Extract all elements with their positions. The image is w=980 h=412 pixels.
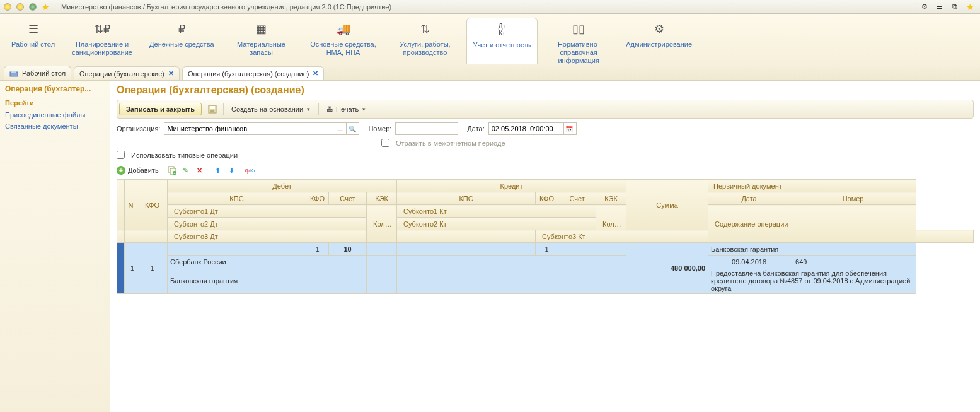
grid-icon: ▦ (227, 20, 296, 38)
org-input[interactable] (164, 123, 335, 134)
col-credit[interactable]: Кредит (397, 180, 626, 192)
col-sub2k[interactable]: Субконто2 Кт (397, 218, 596, 230)
org-label: Организация: (117, 125, 160, 132)
back-icon[interactable] (15, 2, 25, 12)
nav-title: Операция (бухгалтер... (5, 85, 105, 93)
col-n[interactable]: N (125, 180, 137, 230)
col-qty-d[interactable]: Количество (367, 205, 397, 243)
col-kps-d[interactable]: КПС (168, 192, 306, 205)
dtkt-icon: ДтКт (473, 21, 531, 38)
save-icon-button[interactable] (205, 102, 219, 116)
section-desktop[interactable]: ☰ Рабочий стол (5, 18, 61, 64)
tool-icon-1[interactable]: ⚙ (919, 2, 930, 12)
org-field[interactable]: … 🔍 (164, 122, 359, 135)
section-admin[interactable]: ⚙ Администрирование (620, 18, 698, 64)
edit-row-button[interactable]: ✎ (181, 165, 191, 175)
date-input[interactable] (489, 123, 563, 134)
col-acct-k[interactable]: Счет (558, 192, 596, 205)
chevron-down-icon: ▼ (361, 107, 366, 112)
col-sub1k[interactable]: Субконто1 Кт (397, 205, 596, 218)
section-cash[interactable]: ₽ Денежные средства (143, 18, 220, 64)
menu-icon: ☰ (11, 20, 55, 38)
grid-toolbar: + Добавить + ✎ ✕ ⬆ ⬇ ДтКт (117, 163, 974, 178)
col-date[interactable]: Дата (708, 192, 790, 205)
tab-operation-create[interactable]: Операция (бухгалтерская) (создание) ✕ (182, 66, 324, 80)
close-icon[interactable]: ✕ (168, 69, 174, 78)
desk-icon (9, 69, 18, 78)
favorite-icon-right[interactable]: ★ (965, 2, 975, 12)
section-planning[interactable]: ⇅₽ Планирование и санкционирование (61, 18, 143, 64)
tab-desktop[interactable]: Рабочий стол (4, 66, 71, 80)
truck-icon: 🚚 (309, 20, 378, 38)
copy-row-button[interactable]: + (167, 165, 177, 175)
window-title: Министерство финансов / Бухгалтерия госу… (61, 3, 391, 11)
col-kek-d[interactable]: КЭК (367, 192, 397, 205)
dtkt-button[interactable]: ДтКт (245, 165, 255, 175)
move-down-button[interactable]: ⬇ (227, 165, 237, 175)
reflect-label: Отразить в межотчетном периоде (396, 139, 505, 147)
svg-rect-3 (210, 106, 215, 109)
add-row-button[interactable]: + Добавить (117, 166, 159, 175)
row-marker-header (117, 180, 125, 230)
col-number[interactable]: Номер (790, 192, 916, 205)
section-materials[interactable]: ▦ Материальные запасы (221, 18, 303, 64)
entries-grid[interactable]: N КФО Дебет Кредит Сумма Первичный докум… (117, 179, 974, 294)
row-selector[interactable] (117, 243, 125, 294)
section-accounting[interactable]: ДтКт Учет и отчетность (466, 18, 538, 64)
print-button[interactable]: 🖶 Печать▼ (323, 103, 370, 115)
number-label: Номер: (368, 125, 391, 132)
number-input[interactable] (395, 122, 458, 135)
tool-icon-3[interactable]: ⧉ (950, 2, 960, 12)
reflect-checkbox[interactable] (381, 139, 389, 147)
col-sub3d[interactable]: Субконто3 Дт (168, 230, 367, 243)
printer-icon: 🖶 (326, 105, 333, 113)
section-reference[interactable]: ▯▯ Нормативно-справочная информация (538, 18, 620, 64)
svg-rect-1 (11, 71, 16, 73)
forward-icon[interactable] (28, 2, 38, 12)
col-kfo-k[interactable]: КФО (536, 192, 558, 205)
section-assets[interactable]: 🚚 Основные средства, НМА, НПА (303, 18, 384, 64)
tabs-bar: Рабочий стол Операции (бухгалтерские) ✕ … (0, 64, 980, 81)
chevron-down-icon: ▼ (306, 107, 311, 112)
create-based-button[interactable]: Создать на основании▼ (228, 103, 314, 115)
col-kps-k[interactable]: КПС (397, 192, 536, 205)
use-typical-label: Использовать типовые операции (131, 151, 238, 159)
nav-related-docs[interactable]: Связанные документы (5, 121, 105, 132)
col-sum[interactable]: Сумма (626, 180, 708, 230)
col-prim-doc[interactable]: Первичный документ (708, 180, 916, 192)
section-services[interactable]: ⇅ Услуги, работы, производство (384, 18, 466, 64)
tool-icon-2[interactable]: ☰ (935, 2, 945, 12)
table-row-line3[interactable]: Банковская гарантия Предоставлена банков… (117, 268, 974, 294)
calendar-icon[interactable]: 📅 (563, 123, 575, 134)
col-sub3k[interactable]: Субконто3 Кт (536, 230, 626, 243)
table-row[interactable]: 1 1 1 10 1 480 000,00 Банковская гаранти… (117, 243, 974, 256)
content: Операция (бухгалтерская) (создание) Запи… (110, 81, 980, 412)
date-field[interactable]: 📅 (488, 122, 577, 135)
col-sub1d[interactable]: Субконто1 Дт (168, 205, 367, 218)
nav-attached-files[interactable]: Присоединенные файлы (5, 109, 105, 121)
save-close-button[interactable]: Записать и закрыть (119, 103, 202, 115)
gear-icon: ⚙ (626, 20, 692, 38)
ruble-icon: ₽ (149, 20, 214, 38)
use-typical-checkbox[interactable] (117, 151, 125, 159)
col-kfo-d[interactable]: КФО (306, 192, 329, 205)
favorite-icon[interactable]: ★ (40, 2, 50, 12)
plus-icon: + (117, 166, 125, 175)
search-icon[interactable]: 🔍 (346, 123, 357, 134)
col-debit[interactable]: Дебет (168, 180, 397, 192)
col-kfo[interactable]: КФО (137, 180, 168, 230)
col-content[interactable]: Содержание операции (708, 205, 916, 243)
book-icon: ▯▯ (544, 20, 613, 38)
move-up-button[interactable]: ⬆ (213, 165, 223, 175)
app-icon (3, 2, 13, 12)
ellipsis-icon[interactable]: … (335, 123, 346, 134)
table-row-line2[interactable]: Сбербанк России 09.04.2018 649 (117, 256, 974, 268)
tab-operations-list[interactable]: Операции (бухгалтерские) ✕ (74, 66, 180, 80)
titlebar: ★ Министерство финансов / Бухгалтерия го… (0, 0, 980, 14)
col-acct-d[interactable]: Счет (329, 192, 367, 205)
delete-row-button[interactable]: ✕ (195, 165, 205, 175)
col-kek-k[interactable]: КЭК (596, 192, 626, 205)
col-sub2d[interactable]: Субконто2 Дт (168, 218, 367, 230)
page-title: Операция (бухгалтерская) (создание) (117, 85, 974, 96)
close-icon[interactable]: ✕ (313, 69, 318, 78)
